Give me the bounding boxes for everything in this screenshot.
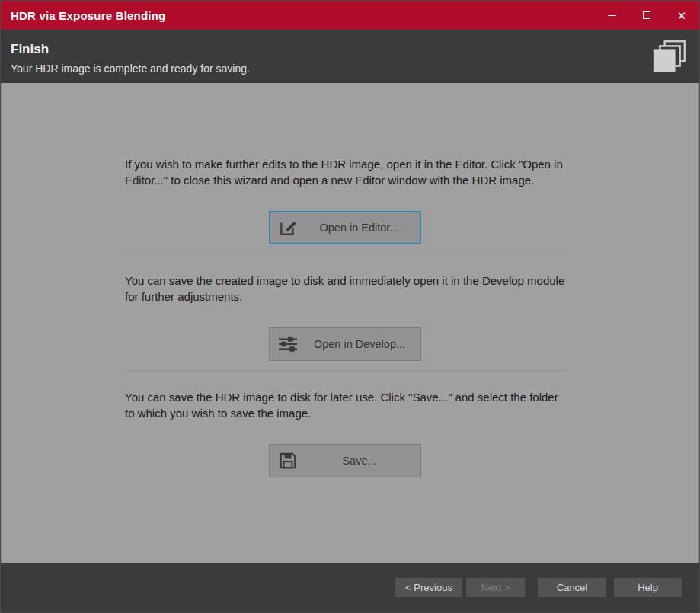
open-in-editor-label: Open in Editor... bbox=[303, 222, 420, 234]
editor-button-row: Open in Editor... bbox=[125, 211, 565, 244]
save-instructions-text: You can save the HDR image to disk for l… bbox=[125, 389, 565, 421]
window-title: HDR via Exposure Blending bbox=[1, 9, 165, 22]
open-in-develop-label: Open in Develop... bbox=[303, 338, 420, 350]
stacked-images-icon bbox=[652, 39, 687, 74]
page-subtitle: Your HDR image is complete and ready for… bbox=[11, 62, 250, 75]
header-texts: Finish Your HDR image is complete and re… bbox=[11, 39, 250, 75]
editor-instructions-text: If you wish to make further edits to the… bbox=[125, 156, 565, 188]
previous-button[interactable]: < Previous bbox=[395, 578, 462, 597]
save-button-row: Save... bbox=[125, 444, 565, 477]
section-divider bbox=[125, 370, 565, 371]
hdr-wizard-window: HDR via Exposure Blending ✕ Finish Your … bbox=[0, 0, 700, 613]
maximize-button[interactable] bbox=[629, 1, 664, 30]
open-in-develop-button[interactable]: Open in Develop... bbox=[269, 327, 421, 361]
close-icon: ✕ bbox=[677, 10, 687, 21]
wizard-header: Finish Your HDR image is complete and re… bbox=[1, 30, 699, 83]
edit-pencil-icon bbox=[277, 217, 299, 238]
next-button[interactable]: Next > bbox=[466, 578, 525, 597]
help-button[interactable]: Help bbox=[614, 578, 682, 597]
minimize-button[interactable] bbox=[594, 1, 629, 30]
maximize-icon bbox=[643, 11, 650, 19]
develop-sliders-icon bbox=[277, 334, 299, 355]
develop-instructions-text: You can save the created image to disk a… bbox=[125, 273, 565, 305]
open-in-editor-button[interactable]: Open in Editor... bbox=[269, 211, 421, 244]
wizard-content: If you wish to make further edits to the… bbox=[1, 83, 699, 563]
window-controls: ✕ bbox=[594, 1, 699, 30]
section-divider bbox=[125, 254, 565, 254]
minimize-icon bbox=[608, 15, 616, 16]
titlebar[interactable]: HDR via Exposure Blending ✕ bbox=[1, 1, 699, 30]
content-inner: If you wish to make further edits to the… bbox=[125, 83, 565, 477]
save-label: Save... bbox=[303, 455, 420, 467]
close-button[interactable]: ✕ bbox=[664, 1, 699, 30]
cancel-button[interactable]: Cancel bbox=[538, 578, 606, 597]
save-button[interactable]: Save... bbox=[269, 444, 421, 477]
page-title: Finish bbox=[11, 42, 250, 57]
footer-bar: < Previous Next > Cancel Help bbox=[1, 563, 699, 612]
save-floppy-icon bbox=[277, 450, 299, 471]
develop-button-row: Open in Develop... bbox=[125, 327, 565, 361]
